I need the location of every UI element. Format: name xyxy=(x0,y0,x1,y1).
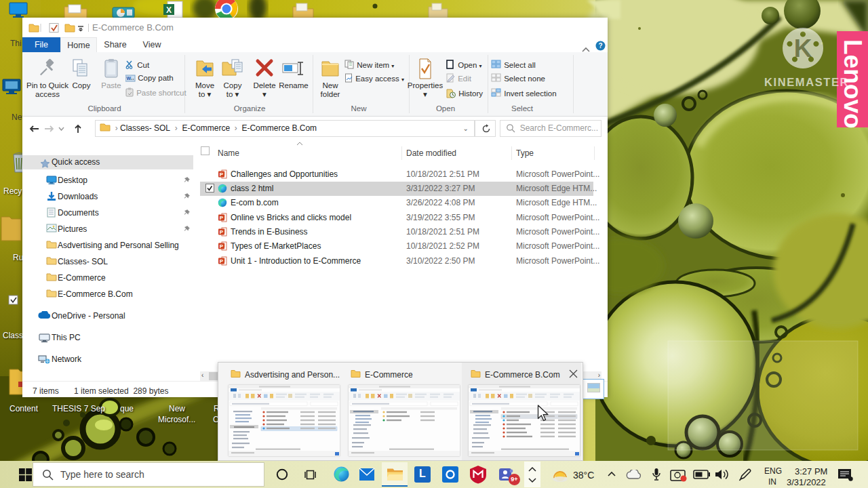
svg-text:X: X xyxy=(166,5,172,15)
svg-text:K: K xyxy=(794,35,812,62)
svg-text:W: W xyxy=(127,76,132,81)
svg-text:?: ? xyxy=(598,42,602,49)
